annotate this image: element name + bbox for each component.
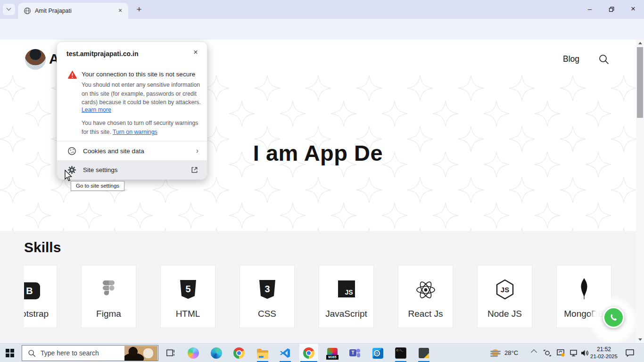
vscode-icon[interactable] (280, 347, 291, 359)
turn-on-warnings-link[interactable]: Turn on warnings (113, 129, 157, 135)
tray-update-icon[interactable] (556, 349, 565, 357)
warning-body: You should not enter any sensitive infor… (82, 81, 201, 107)
screen: Amit Prajapati × + – × ← → ↻ Not secure (0, 0, 644, 362)
svg-text:5: 5 (185, 284, 190, 294)
css3-icon: 3 (240, 280, 294, 300)
tray-expand-chevron-icon[interactable] (531, 349, 537, 355)
search-icon (28, 349, 36, 357)
action-center-icon[interactable] (625, 349, 635, 357)
javascript-icon: JS (319, 280, 373, 297)
chevron-right-icon: › (196, 147, 198, 155)
taskbar-search-box[interactable]: Type here to search (22, 345, 158, 361)
windows-taskbar: Type here to search M365 T O C:\_ (0, 343, 644, 362)
tray-cast-icon[interactable] (543, 349, 552, 357)
bootstrap-icon: B (24, 282, 57, 299)
site-settings-row[interactable]: Site settings (57, 160, 207, 180)
restore-icon (609, 7, 614, 12)
react-icon (398, 280, 453, 299)
m365-badge: M365 (326, 355, 339, 360)
skill-label: React Js (408, 309, 443, 319)
tray-clock[interactable]: 21:52 21-02-2025 (587, 346, 620, 360)
copilot-icon[interactable] (188, 347, 199, 359)
window-minimize-button[interactable]: – (579, 0, 601, 19)
scroll-down-arrow[interactable] (638, 338, 642, 341)
cookies-and-site-data-row[interactable]: Cookies and site data › (57, 141, 207, 160)
tab-title: Amit Prajapati (35, 8, 72, 14)
tray-date: 21-02-2025 (587, 353, 620, 360)
window-restore-button[interactable] (601, 0, 622, 19)
whatsapp-phone-icon (608, 312, 619, 323)
browser-toolbar: ← → ↻ Not secure test.amitprajapati.co.i… (0, 19, 644, 40)
scroll-up-arrow[interactable] (638, 42, 642, 44)
tab-close-icon[interactable]: × (116, 7, 124, 15)
browser-titlebar: Amit Prajapati × + – × (0, 0, 644, 19)
skill-card-html[interactable]: 5 HTML (160, 265, 215, 328)
skill-label: Node JS (487, 309, 522, 319)
mouse-cursor (64, 170, 74, 182)
warning-headline: Your connection to this site is not secu… (82, 71, 195, 78)
figma-icon (82, 279, 136, 301)
skill-card-bootstrap[interactable]: B Bootstrap (24, 265, 57, 328)
site-security-popup: test.amitprajapati.co.in × Your connecti… (57, 41, 207, 179)
teams-icon[interactable]: T (349, 347, 361, 359)
cookies-row-label: Cookies and site data (83, 148, 196, 155)
skill-label: CSS (258, 309, 276, 319)
page-scrollbar[interactable] (636, 40, 644, 343)
skills-carousel[interactable]: B Bootstrap Figma (24, 265, 620, 331)
globe-favicon-icon (24, 7, 31, 15)
popup-close-icon[interactable]: × (190, 47, 201, 58)
tray-time: 21:52 (587, 346, 620, 353)
task-view-icon[interactable] (165, 348, 175, 358)
nodejs-icon: JS (478, 279, 532, 300)
skill-label: Bootstrap (24, 309, 49, 319)
pinned-dark-app-icon[interactable] (418, 347, 429, 359)
open-in-new-icon (190, 166, 198, 174)
weather-haze-icon[interactable] (490, 348, 501, 358)
weather-temperature[interactable]: 28°C (504, 349, 518, 356)
html5-icon: 5 (161, 280, 215, 300)
site-settings-row-label: Site settings (83, 166, 190, 173)
svg-text:3: 3 (264, 284, 270, 294)
skill-card-figma[interactable]: Figma (81, 265, 136, 328)
site-logo-avatar[interactable] (25, 49, 46, 70)
outlook-icon[interactable]: O (372, 347, 383, 359)
skills-section: Skills B Bootstrap (0, 231, 644, 343)
skill-card-node[interactable]: JS Node JS (477, 265, 532, 328)
skill-card-react[interactable]: React Js (398, 265, 453, 328)
search-highlight-image[interactable] (124, 346, 157, 361)
chrome-pinned-icon[interactable] (233, 347, 245, 359)
chrome-active-icon[interactable] (303, 347, 314, 359)
skill-card-css[interactable]: 3 CSS (239, 265, 295, 328)
warning-note: You have chosen to turn off security war… (82, 119, 201, 137)
file-explorer-icon[interactable] (257, 349, 268, 360)
skill-label: HTML (176, 309, 200, 319)
edge-icon[interactable] (211, 347, 222, 359)
nav-link-blog[interactable]: Blog (563, 54, 579, 64)
browser-tab[interactable]: Amit Prajapati × (18, 3, 128, 19)
learn-more-link[interactable]: Learn more (82, 107, 111, 113)
red-warning-icon (67, 70, 77, 79)
window-close-button[interactable]: × (622, 0, 644, 19)
scrollbar-thumb[interactable] (637, 47, 643, 118)
new-tab-button[interactable]: + (134, 4, 144, 15)
tab-search-button[interactable] (3, 4, 15, 15)
tooltip: Go to site settings (71, 181, 124, 191)
tray-network-icon[interactable] (570, 349, 578, 357)
m365-icon[interactable]: M365 (327, 347, 338, 359)
skill-card-javascript[interactable]: JS JavaScript (319, 265, 374, 328)
chevron-down-icon (7, 6, 11, 11)
cookie-icon (67, 147, 76, 156)
site-search-icon[interactable] (598, 54, 610, 65)
svg-text:JS: JS (500, 286, 509, 294)
skill-label: JavaScript (325, 309, 367, 319)
skill-label: Figma (96, 309, 121, 319)
start-button[interactable] (6, 349, 14, 357)
whatsapp-button[interactable] (603, 307, 624, 328)
popup-site-origin: test.amitprajapati.co.in (66, 50, 138, 58)
search-placeholder: Type here to search (41, 349, 99, 357)
terminal-icon[interactable]: C:\_ (395, 347, 406, 359)
skills-title: Skills (24, 239, 61, 255)
